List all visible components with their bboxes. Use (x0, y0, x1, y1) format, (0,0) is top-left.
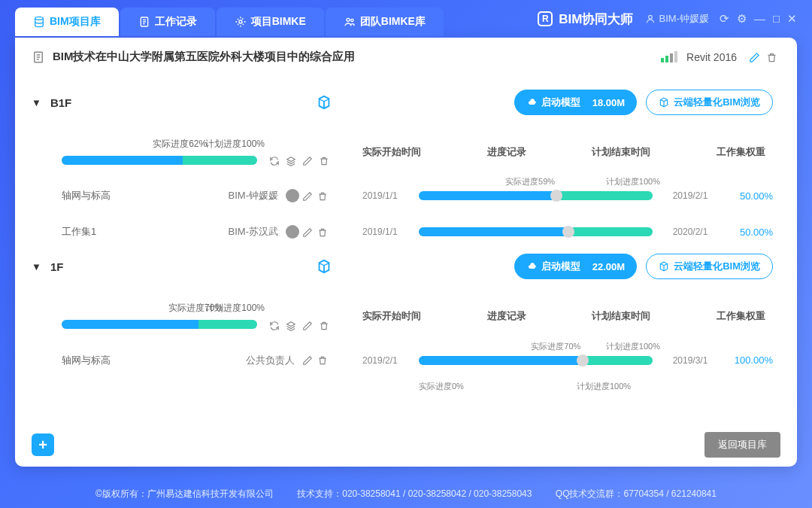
delete-icon[interactable] (317, 354, 328, 367)
brand-icon: R (538, 11, 553, 26)
tech-support: 技术支持：020-38258041 / 020-38258042 / 020-3… (297, 488, 532, 499)
brand-name: BIM协同大师 (559, 11, 633, 28)
clipboard-icon (138, 16, 150, 28)
work-name: 工作集1 (62, 225, 229, 239)
avatar (286, 225, 299, 239)
maximize-icon[interactable]: □ (773, 12, 780, 26)
plan-lbl: 计划进度100% (606, 341, 660, 352)
minimize-icon[interactable]: — (754, 12, 765, 26)
delete-icon[interactable] (319, 154, 329, 166)
cloud-view-button[interactable]: 云端轻量化BIM浏览 (646, 90, 773, 115)
edit-icon[interactable] (302, 190, 313, 202)
edit-icon[interactable] (302, 154, 313, 166)
plan-progress-label: 计划进度100% (205, 302, 265, 315)
weight-value: 100.00% (720, 354, 780, 366)
app-header: BIM项目库 工作记录 项目BIMKE 团队BIMKE库 R BIM协同大师 B… (0, 0, 812, 38)
work-progress-bar: 实际进度70%计划进度100% (419, 356, 653, 365)
map-icon[interactable] (316, 94, 332, 111)
footer: ©版权所有：广州易达建信科技开发有限公司 技术支持：020-38258041 /… (0, 488, 812, 500)
document-icon (32, 50, 45, 64)
col-actual-start: 实际开始时间 (362, 309, 421, 323)
team-icon (344, 16, 356, 28)
layers-icon[interactable] (286, 318, 296, 330)
tabs: BIM项目库 工作记录 项目BIMKE 团队BIMKE库 (15, 8, 444, 36)
project-title: BIM技术在中山大学附属第五医院外科大楼项目中的综合应用 (53, 50, 661, 64)
tab-project-library[interactable]: BIM项目库 (15, 8, 119, 36)
plan-progress-label: 计划进度100% (205, 138, 265, 151)
map-icon[interactable] (316, 258, 332, 275)
chevron-down-icon[interactable]: ▼ (32, 97, 41, 108)
refresh-icon[interactable] (269, 154, 280, 166)
floor-progress-row: 实际进度62% 计划进度100% 实际 (32, 138, 780, 166)
panel-header: BIM技术在中山大学附属第五医院外科大楼项目中的综合应用 Revit 2016 (15, 38, 797, 75)
svg-point-2 (239, 20, 242, 23)
work-owner: 公共负责人 (246, 354, 295, 367)
refresh-icon[interactable]: ⟳ (720, 12, 729, 26)
floor-section: ▼ B1F 启动模型 18.00M 云端轻量化BIM浏览 实际进度62% 计划进… (32, 90, 780, 239)
qq-group: QQ技术交流群：67704354 / 621240841 (556, 488, 717, 499)
user-info[interactable]: BIM-钟媛媛 (645, 12, 708, 26)
tab-label: 项目BIMKE (251, 15, 306, 29)
tab-label: 团队BIMKE库 (360, 15, 426, 29)
floor-progress-row: 实际进度70% 计划进度100% 实际 (32, 302, 780, 330)
col-progress-log: 进度记录 (487, 145, 526, 159)
brand: R BIM协同大师 (538, 11, 633, 28)
back-button[interactable]: 返回项目库 (704, 432, 780, 458)
start-date: 2019/1/1 (362, 227, 419, 237)
plan-lbl: 计划进度100% (606, 176, 660, 187)
settings-icon[interactable]: ⚙ (737, 12, 747, 26)
start-date: 2019/1/1 (362, 190, 419, 201)
copyright: ©版权所有：广州易达建信科技开发有限公司 (95, 488, 274, 499)
edit-icon[interactable] (302, 227, 313, 239)
col-weight: 工作集权重 (717, 309, 765, 323)
delete-icon[interactable] (317, 227, 328, 239)
refresh-icon[interactable] (269, 318, 280, 330)
col-weight: 工作集权重 (717, 145, 765, 159)
work-name: 轴网与标高 (62, 354, 246, 367)
weight-value: 50.00% (720, 190, 780, 202)
tab-project-bimke[interactable]: 项目BIMKE (217, 8, 324, 36)
gear-icon (235, 16, 247, 28)
work-progress-bar: 实际进度59%计划进度100% (419, 191, 653, 200)
end-date: 2019/2/1 (660, 190, 720, 201)
extra-labels: 实际进度0% 计划进度100% (362, 381, 780, 392)
close-icon[interactable]: ✕ (787, 12, 797, 26)
end-date: 2019/3/1 (660, 355, 720, 366)
work-owner: BIM-钟媛媛 (229, 189, 278, 202)
floor-name: B1F (50, 96, 71, 109)
floor-header: ▼ B1F 启动模型 18.00M 云端轻量化BIM浏览 (32, 90, 780, 115)
progress-bar (62, 320, 257, 329)
cloud-view-button[interactable]: 云端轻量化BIM浏览 (646, 254, 773, 279)
svg-point-4 (350, 19, 353, 21)
work-progress-bar (419, 227, 653, 236)
add-button[interactable]: + (32, 433, 54, 456)
launch-model-button[interactable]: 启动模型 22.00M (514, 254, 637, 279)
tab-label: 工作记录 (155, 15, 197, 29)
delete-icon[interactable] (766, 50, 777, 63)
edit-icon[interactable] (302, 318, 313, 330)
chevron-down-icon[interactable]: ▼ (32, 261, 41, 272)
weight-value: 50.00% (720, 227, 780, 238)
delete-icon[interactable] (317, 190, 328, 202)
svg-point-5 (649, 15, 653, 19)
start-date: 2019/2/1 (362, 355, 419, 366)
layers-icon[interactable] (286, 154, 296, 166)
actual-lbl: 实际进度70% (531, 341, 580, 352)
launch-model-button[interactable]: 启动模型 18.00M (514, 90, 637, 115)
panel-footer: + 返回项目库 (15, 423, 797, 467)
col-actual-start: 实际开始时间 (362, 145, 421, 159)
work-row: 轴网与标高 BIM-钟媛媛 2019/1/1 实际进度59%计划进度100% (32, 189, 780, 202)
svg-point-3 (347, 18, 350, 21)
floor-header: ▼ 1F 启动模型 22.00M 云端轻量化BIM浏览 (32, 254, 780, 279)
edit-icon[interactable] (749, 50, 760, 63)
tab-team-bimke[interactable]: 团队BIMKE库 (326, 8, 444, 36)
work-row: 工作集1 BIM-苏汉武 2019/1/1 2 (32, 225, 780, 239)
col-plan-end: 计划结束时间 (592, 145, 650, 159)
user-name: BIM-钟媛媛 (659, 12, 708, 26)
scroll-area[interactable]: ▼ B1F 启动模型 18.00M 云端轻量化BIM浏览 实际进度62% 计划进… (15, 75, 797, 423)
edit-icon[interactable] (302, 354, 313, 367)
window-controls: ⟳ ⚙ — □ ✕ (720, 12, 797, 26)
tab-work-log[interactable]: 工作记录 (120, 8, 215, 36)
delete-icon[interactable] (319, 318, 329, 330)
work-owner: BIM-苏汉武 (229, 225, 278, 239)
